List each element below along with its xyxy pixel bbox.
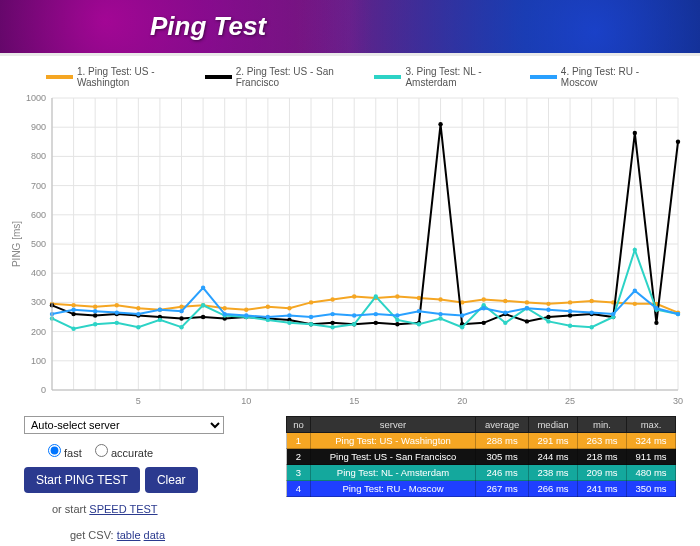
- legend-item[interactable]: 2. Ping Test: US - San Francisco: [205, 66, 375, 88]
- th-min: min.: [578, 417, 627, 433]
- controls-panel: Auto-select server fast accurate Start P…: [24, 416, 274, 541]
- svg-point-70: [287, 306, 291, 310]
- svg-point-82: [546, 302, 550, 306]
- svg-point-67: [222, 306, 226, 310]
- table-cell: 324 ms: [627, 433, 676, 449]
- table-cell: 3: [287, 465, 311, 481]
- svg-point-75: [395, 294, 399, 298]
- server-select[interactable]: Auto-select server: [24, 416, 224, 434]
- svg-point-163: [352, 313, 356, 317]
- svg-text:10: 10: [241, 396, 251, 406]
- csv-table-link[interactable]: table: [117, 529, 141, 541]
- svg-text:800: 800: [31, 151, 46, 161]
- legend-item[interactable]: 1. Ping Test: US - Washington: [46, 66, 205, 88]
- table-cell: 238 ms: [529, 465, 578, 481]
- table-cell: 209 ms: [578, 465, 627, 481]
- th-average: average: [476, 417, 529, 433]
- svg-point-156: [201, 286, 205, 290]
- legend-swatch: [374, 75, 401, 79]
- table-cell: 4: [287, 481, 311, 497]
- svg-point-177: [654, 306, 658, 310]
- svg-point-125: [179, 325, 183, 329]
- mode-accurate-label[interactable]: accurate: [95, 447, 153, 459]
- table-cell: 241 ms: [578, 481, 627, 497]
- start-ping-button[interactable]: Start PING TEST: [24, 467, 140, 493]
- svg-text:25: 25: [565, 396, 575, 406]
- mode-fast-radio[interactable]: [48, 444, 61, 457]
- svg-point-124: [158, 318, 162, 322]
- svg-point-168: [460, 313, 464, 317]
- svg-point-153: [136, 312, 140, 316]
- table-cell: 244 ms: [529, 449, 578, 465]
- table-row: 1Ping Test: US - Washington288 ms291 ms2…: [287, 433, 676, 449]
- svg-text:500: 500: [31, 239, 46, 249]
- legend-item[interactable]: 3. Ping Test: NL - Amsterdam: [374, 66, 529, 88]
- svg-point-91: [93, 313, 97, 317]
- svg-point-72: [330, 297, 334, 301]
- table-row: 3Ping Test: NL - Amsterdam246 ms238 ms20…: [287, 465, 676, 481]
- th-max: max.: [627, 417, 676, 433]
- table-cell: Ping Test: RU - Moscow: [310, 481, 475, 497]
- table-cell: 911 ms: [627, 449, 676, 465]
- svg-point-120: [71, 326, 75, 330]
- svg-point-117: [654, 321, 658, 325]
- svg-point-174: [589, 310, 593, 314]
- legend-label: 3. Ping Test: NL - Amsterdam: [405, 66, 530, 88]
- legend-swatch: [205, 75, 232, 79]
- svg-point-126: [201, 303, 205, 307]
- table-cell: 263 ms: [578, 433, 627, 449]
- svg-point-123: [136, 325, 140, 329]
- svg-point-84: [589, 299, 593, 303]
- svg-point-161: [309, 315, 313, 319]
- svg-point-134: [374, 294, 378, 298]
- clear-button[interactable]: Clear: [145, 467, 198, 493]
- table-cell: 291 ms: [529, 433, 578, 449]
- svg-point-167: [438, 312, 442, 316]
- csv-prefix: get CSV:: [70, 529, 117, 541]
- hero-banner: Ping Test: [0, 0, 700, 56]
- csv-data-link[interactable]: data: [144, 529, 165, 541]
- table-cell: Ping Test: NL - Amsterdam: [310, 465, 475, 481]
- svg-point-130: [287, 321, 291, 325]
- svg-point-73: [352, 294, 356, 298]
- svg-point-138: [460, 325, 464, 329]
- svg-point-152: [115, 310, 119, 314]
- svg-point-102: [330, 321, 334, 325]
- svg-text:200: 200: [31, 327, 46, 337]
- table-cell: 350 ms: [627, 481, 676, 497]
- svg-text:600: 600: [31, 210, 46, 220]
- svg-point-171: [525, 306, 529, 310]
- table-row: 2Ping Test: US - San Francisco305 ms244 …: [287, 449, 676, 465]
- svg-point-164: [374, 312, 378, 316]
- svg-point-176: [633, 289, 637, 293]
- mode-accurate-radio[interactable]: [95, 444, 108, 457]
- svg-text:15: 15: [349, 396, 359, 406]
- svg-point-135: [395, 318, 399, 322]
- svg-point-166: [417, 309, 421, 313]
- svg-point-105: [395, 322, 399, 326]
- svg-point-137: [438, 316, 442, 320]
- svg-text:900: 900: [31, 122, 46, 132]
- svg-point-157: [222, 312, 226, 316]
- th-median: median: [529, 417, 578, 433]
- svg-point-112: [546, 315, 550, 319]
- svg-point-122: [115, 321, 119, 325]
- svg-point-86: [633, 302, 637, 306]
- svg-point-170: [503, 310, 507, 314]
- table-cell: 305 ms: [476, 449, 529, 465]
- svg-point-133: [352, 322, 356, 326]
- svg-text:100: 100: [31, 356, 46, 366]
- svg-point-144: [589, 325, 593, 329]
- svg-point-151: [93, 309, 97, 313]
- mode-fast-label[interactable]: fast: [48, 447, 85, 459]
- svg-point-140: [503, 321, 507, 325]
- th-no: no: [287, 417, 311, 433]
- svg-text:20: 20: [457, 396, 467, 406]
- svg-text:1000: 1000: [26, 93, 46, 103]
- svg-point-150: [71, 308, 75, 312]
- legend-item[interactable]: 4. Ping Test: RU - Moscow: [530, 66, 674, 88]
- table-cell: 267 ms: [476, 481, 529, 497]
- speed-test-link[interactable]: SPEED TEST: [89, 503, 157, 515]
- svg-point-132: [330, 325, 334, 329]
- svg-point-90: [71, 312, 75, 316]
